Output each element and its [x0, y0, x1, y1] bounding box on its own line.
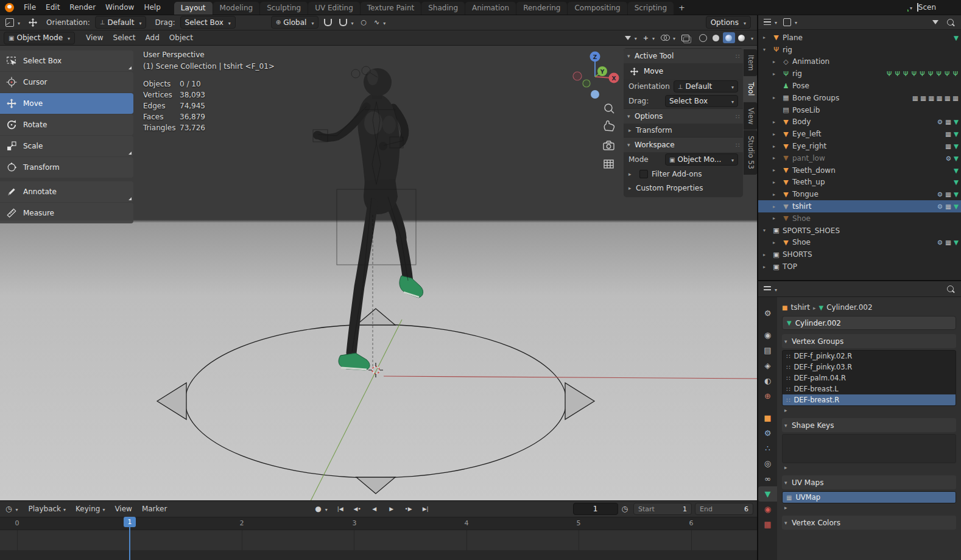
disclosure-triangle[interactable]: ▸ — [763, 252, 771, 257]
display-mode-dropdown[interactable] — [781, 17, 799, 27]
outliner-row[interactable]: Pose — [758, 80, 961, 92]
end-frame-field[interactable]: End 6 — [695, 503, 753, 515]
uv-map-item[interactable]: UVMap — [783, 492, 956, 503]
data-tab[interactable] — [758, 486, 777, 502]
shading-material-button[interactable] — [723, 32, 735, 43]
visibility-filter-dropdown[interactable] — [623, 32, 639, 43]
proportional-editing-toggle[interactable]: ○ — [359, 17, 368, 27]
editor-type-button[interactable]: ◷ — [4, 504, 20, 514]
workspace-tab[interactable]: Modeling — [213, 2, 260, 15]
menu-item[interactable]: Render — [65, 1, 100, 13]
datablock-name[interactable]: Eye_left — [792, 130, 822, 138]
panel-grip-icon[interactable]: ∷ — [736, 53, 739, 60]
outliner-row[interactable]: ▸ Animation — [758, 56, 961, 68]
disclosure-triangle[interactable] — [628, 127, 636, 133]
uv-maps-specials-toggle[interactable] — [782, 503, 956, 512]
mesh-data-icon[interactable] — [954, 239, 959, 246]
workspace-tab[interactable]: Texture Paint — [361, 2, 421, 15]
disclosure-triangle[interactable] — [784, 338, 792, 345]
disclosure-triangle[interactable] — [784, 422, 792, 429]
outliner-row[interactable]: ▸ Teeth_up — [758, 177, 961, 189]
datablock-name[interactable]: Plane — [783, 33, 803, 42]
vertex-group-icon[interactable] — [945, 130, 951, 138]
datablock-name[interactable]: SPORTS_SHOES — [783, 226, 840, 235]
options-panel-header[interactable]: Options ∷ — [624, 108, 743, 124]
outliner-row[interactable]: ▸ rig — [758, 68, 961, 80]
timeline-menu-item[interactable]: Marker — [137, 503, 172, 515]
disclosure-triangle[interactable] — [627, 113, 635, 119]
vertex-colors-panel-header[interactable]: Vertex Colors — [782, 516, 956, 530]
modifier-icon[interactable] — [937, 239, 943, 246]
vertex-group-icon[interactable] — [945, 118, 951, 125]
disclosure-triangle[interactable]: ▸ — [773, 119, 781, 125]
interaction-mode-dropdown[interactable]: ▣ Object Mode — [4, 32, 75, 44]
transform-panel-header[interactable]: Transform — [624, 124, 743, 137]
datablock-name[interactable]: rig — [792, 69, 802, 78]
disclosure-triangle[interactable]: ▾ — [763, 228, 771, 233]
shape-keys-list[interactable] — [782, 434, 956, 463]
disclosure-triangle[interactable]: ▸ — [763, 264, 771, 270]
breadcrumb-data[interactable]: Cylinder.002 — [826, 303, 872, 312]
tool-select-box[interactable]: Select Box — [0, 51, 133, 71]
axis-neg-x-ball[interactable] — [573, 72, 582, 80]
disclosure-triangle[interactable]: ▸ — [773, 144, 781, 149]
sidebar-tab[interactable]: Tool — [744, 77, 757, 101]
add-workspace-button[interactable]: + — [674, 2, 690, 13]
outliner-row[interactable]: ▸ Eye_right — [758, 140, 961, 152]
menu-item[interactable]: Help — [139, 1, 165, 13]
outliner-row[interactable]: ▸ Shoe — [758, 212, 961, 225]
jump-to-start-button[interactable]: |◀ — [333, 503, 348, 514]
sidebar-tab[interactable]: Studio 53 — [744, 130, 757, 175]
xray-toggle[interactable] — [680, 33, 691, 43]
vertex-group-item[interactable]: DEF-breast.R — [783, 394, 956, 405]
modifier-icon[interactable] — [937, 191, 943, 198]
current-frame-field[interactable]: 1 — [573, 503, 618, 515]
outliner-row[interactable]: ▸ Teeth_down — [758, 164, 961, 177]
panel-grip-icon[interactable]: ∷ — [736, 142, 739, 149]
floor-compass-widget[interactable] — [157, 309, 594, 494]
snap-settings-dropdown[interactable] — [337, 17, 355, 28]
tool-scale[interactable]: Scale — [0, 136, 133, 156]
outliner-row[interactable]: ▸ SHORTS — [758, 248, 961, 261]
datablock-name[interactable]: Pose — [792, 82, 809, 90]
texture-tab[interactable] — [758, 517, 777, 532]
mesh-data-icon[interactable] — [954, 34, 959, 41]
datablock-name[interactable]: pant_low — [792, 154, 825, 163]
vertex-group-icon[interactable] — [945, 142, 951, 150]
outliner-row[interactable]: ▸ Plane — [758, 32, 961, 44]
workspace-tab[interactable]: Animation — [465, 2, 516, 15]
shading-rendered-button[interactable] — [736, 32, 748, 43]
transform-orientation-dropdown[interactable]: ⊥ Default — [95, 16, 147, 29]
output-tab[interactable] — [758, 343, 777, 358]
pivot-orientation-dropdown[interactable]: ⊕ Global — [271, 16, 319, 29]
datablock-name[interactable]: tshirt — [792, 202, 812, 211]
vertex-group-icon[interactable] — [945, 203, 951, 210]
disclosure-triangle[interactable]: ▸ — [773, 240, 781, 245]
custom-properties-panel-header[interactable]: Custom Properties — [624, 181, 743, 195]
options-dropdown[interactable]: Options — [706, 16, 751, 29]
uv-maps-panel-header[interactable]: UV Maps — [782, 475, 956, 489]
workspace-panel-header[interactable]: Workspace ∷ — [624, 137, 743, 152]
mesh-data-icon[interactable] — [954, 167, 959, 174]
outliner-row[interactable]: ▾ rig — [758, 44, 961, 56]
outliner-row[interactable]: ▸ Bone Groups — [758, 92, 961, 104]
vertex-group-item[interactable]: DEF-palm.04.R — [783, 373, 956, 383]
disclosure-triangle[interactable]: ▸ — [773, 95, 781, 100]
viewport-3d[interactable]: Z X Y — [0, 46, 757, 501]
mesh-data-icon[interactable] — [954, 155, 959, 162]
editor-type-button[interactable] — [4, 17, 22, 28]
datablock-name[interactable]: Body — [792, 117, 811, 126]
editor-type-button[interactable] — [762, 284, 779, 294]
modifier-icon[interactable] — [937, 118, 943, 125]
orientation-dropdown[interactable]: ⊥ Default — [674, 80, 738, 93]
outliner-row[interactable]: ▸ Eye_left — [758, 128, 961, 140]
workspace-tab[interactable]: Shading — [421, 2, 465, 15]
panel-grip-icon[interactable]: ∷ — [736, 113, 739, 120]
view-layer-tab[interactable] — [758, 358, 777, 373]
gizmos-dropdown[interactable] — [641, 32, 657, 43]
timeline-menu-item[interactable]: Keying — [71, 503, 110, 515]
editor-type-button[interactable] — [762, 17, 779, 27]
shading-solid-button[interactable] — [710, 32, 722, 43]
timeline-menu-item[interactable]: View — [110, 503, 136, 515]
vertex-group-item[interactable]: DEF-f_pinky.02.R — [783, 351, 956, 362]
